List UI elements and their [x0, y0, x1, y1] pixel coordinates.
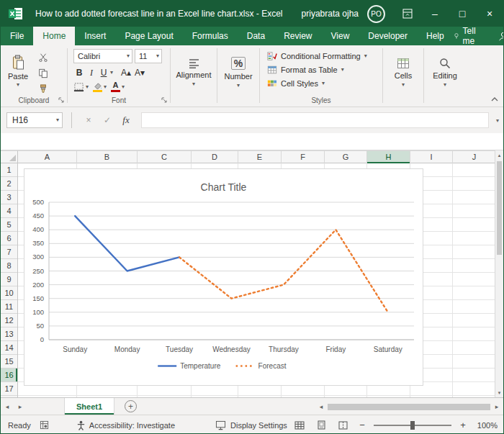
- row-header-8[interactable]: 8: [1, 259, 17, 273]
- increase-font-size-button[interactable]: A▴: [120, 66, 132, 79]
- vertical-scrollbar[interactable]: ▴ ▾: [495, 150, 503, 397]
- row-header-11[interactable]: 11: [1, 300, 17, 314]
- cells-button[interactable]: Cells ▾: [383, 47, 423, 99]
- font-name-select[interactable]: Calibri ▾: [73, 49, 132, 63]
- zoom-slider[interactable]: [374, 425, 451, 426]
- cancel-button[interactable]: ×: [79, 112, 98, 128]
- underline-chevron-icon[interactable]: ▾: [110, 70, 113, 76]
- font-color-button[interactable]: A ▾: [111, 81, 125, 92]
- column-header-G[interactable]: G: [325, 151, 367, 163]
- formula-bar-expand-icon[interactable]: ▾: [492, 117, 503, 124]
- tab-insert[interactable]: Insert: [75, 27, 115, 45]
- fill-color-button[interactable]: ▾: [93, 82, 107, 92]
- macro-record-icon[interactable]: [37, 420, 52, 430]
- add-sheet-button[interactable]: +: [125, 400, 137, 412]
- vertical-scrollbar-thumb[interactable]: [497, 161, 502, 255]
- row-header-9[interactable]: 9: [1, 273, 17, 286]
- insert-function-button[interactable]: fx: [117, 112, 135, 128]
- next-sheet-icon[interactable]: ▸: [14, 403, 27, 410]
- row-header-4[interactable]: 4: [1, 204, 17, 218]
- row-header-2[interactable]: 2: [1, 177, 17, 191]
- tab-view[interactable]: View: [322, 27, 359, 45]
- column-header-H[interactable]: H: [367, 151, 410, 163]
- zoom-in-button[interactable]: +: [458, 420, 468, 430]
- previous-sheet-icon[interactable]: ◂: [1, 403, 14, 410]
- horizontal-scrollbar-thumb[interactable]: [328, 404, 490, 410]
- page-break-preview-button[interactable]: [336, 421, 351, 430]
- row-header-10[interactable]: 10: [1, 286, 17, 300]
- tab-help[interactable]: Help: [417, 27, 454, 45]
- font-dialog-launcher-icon[interactable]: [161, 97, 168, 104]
- editing-button[interactable]: Editing ▾: [424, 47, 466, 99]
- cut-button[interactable]: [35, 51, 51, 64]
- scroll-right-icon[interactable]: ▸: [492, 403, 502, 410]
- row-header-5[interactable]: 5: [1, 218, 17, 232]
- alignment-button[interactable]: Alignment ▾: [171, 47, 217, 99]
- name-box[interactable]: H16 ▾: [6, 112, 63, 128]
- format-as-table-button[interactable]: Format as Table ▾: [266, 63, 382, 76]
- bold-button[interactable]: B: [73, 66, 85, 79]
- avatar[interactable]: PO: [367, 5, 385, 23]
- close-button[interactable]: ×: [476, 1, 503, 27]
- row-header-6[interactable]: 6: [1, 232, 17, 245]
- row-header-13[interactable]: 13: [1, 327, 17, 341]
- font-size-select[interactable]: 11 ▾: [135, 49, 162, 63]
- column-header-A[interactable]: A: [18, 151, 77, 163]
- accessibility-status[interactable]: Accessibility: Investigate: [76, 420, 175, 430]
- scroll-left-icon[interactable]: ◂: [316, 403, 326, 410]
- maximize-button[interactable]: □: [449, 1, 476, 27]
- cell-styles-button[interactable]: Cell Styles ▾: [266, 76, 382, 90]
- column-header-B[interactable]: B: [77, 151, 138, 163]
- conditional-formatting-button[interactable]: Conditional Formatting ▾: [266, 49, 382, 63]
- ribbon-display-options-icon[interactable]: [394, 1, 421, 27]
- clipboard-dialog-launcher-icon[interactable]: [58, 97, 65, 104]
- tab-home[interactable]: Home: [33, 27, 75, 45]
- row-header-7[interactable]: 7: [1, 245, 17, 259]
- row-header-12[interactable]: 12: [1, 314, 17, 327]
- zoom-out-button[interactable]: −: [357, 420, 367, 430]
- collapse-ribbon-icon[interactable]: [490, 96, 499, 102]
- tab-data[interactable]: Data: [238, 27, 274, 45]
- scroll-down-icon[interactable]: ▾: [495, 388, 503, 397]
- tab-file[interactable]: File: [1, 27, 33, 45]
- column-header-J[interactable]: J: [453, 151, 496, 163]
- horizontal-scrollbar[interactable]: ◂ ▸: [316, 400, 502, 413]
- format-painter-button[interactable]: [35, 83, 51, 96]
- share-button[interactable]: Share: [498, 31, 504, 41]
- tab-formulas[interactable]: Formulas: [183, 27, 238, 45]
- column-header-E[interactable]: E: [238, 151, 282, 163]
- row-header-15[interactable]: 15: [1, 355, 17, 369]
- user-name[interactable]: priyabrata ojha: [302, 9, 359, 19]
- page-layout-view-button[interactable]: [314, 420, 329, 430]
- italic-button[interactable]: I: [86, 66, 97, 79]
- minimize-button[interactable]: –: [421, 1, 449, 27]
- column-header-C[interactable]: C: [138, 151, 192, 163]
- select-all-corner[interactable]: [1, 150, 18, 163]
- row-header-16[interactable]: 16: [1, 369, 17, 382]
- number-button[interactable]: % Number ▾: [217, 47, 259, 99]
- row-header-17[interactable]: 17: [1, 382, 17, 396]
- normal-view-button[interactable]: [292, 421, 307, 430]
- zoom-level[interactable]: 100%: [474, 421, 498, 430]
- formula-input[interactable]: [141, 112, 489, 128]
- row-header-14[interactable]: 14: [1, 341, 17, 355]
- paste-button[interactable]: Paste ▾: [5, 49, 31, 94]
- column-header-F[interactable]: F: [282, 151, 325, 163]
- tab-page-layout[interactable]: Page Layout: [115, 27, 182, 45]
- row-header-3[interactable]: 3: [1, 191, 17, 204]
- copy-button[interactable]: [35, 67, 51, 80]
- display-settings-button[interactable]: Display Settings: [215, 420, 287, 430]
- zoom-slider-thumb[interactable]: [410, 421, 415, 430]
- decrease-font-size-button[interactable]: A▾: [133, 66, 146, 79]
- column-header-I[interactable]: I: [410, 151, 453, 163]
- underline-button[interactable]: U: [98, 66, 109, 79]
- tell-me-button[interactable]: Tell me: [454, 26, 480, 46]
- scroll-up-icon[interactable]: ▴: [495, 150, 503, 160]
- chart[interactable]: 050100150200250300350400450500SundayMond…: [24, 168, 423, 386]
- tab-developer[interactable]: Developer: [359, 27, 417, 45]
- tab-review[interactable]: Review: [274, 27, 321, 45]
- borders-button[interactable]: ▾: [73, 81, 89, 92]
- column-header-D[interactable]: D: [192, 151, 238, 163]
- enter-button[interactable]: ✓: [98, 112, 117, 128]
- row-header-1[interactable]: 1: [1, 163, 17, 177]
